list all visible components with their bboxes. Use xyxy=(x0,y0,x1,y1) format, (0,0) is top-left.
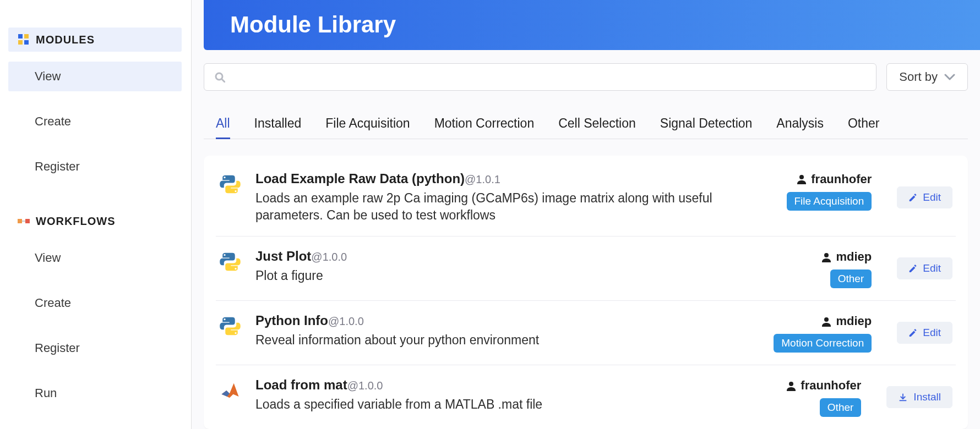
module-desc: Loads an example raw 2p Ca imaging (GCaM… xyxy=(255,190,760,224)
python-icon xyxy=(219,171,243,224)
tab-motion-correction[interactable]: Motion Correction xyxy=(434,108,535,139)
grid-icon xyxy=(17,33,30,46)
tab-other[interactable]: Other xyxy=(848,108,880,139)
sidebar-section-label: WORKFLOWS xyxy=(36,215,116,228)
module-title: Python Info xyxy=(255,313,328,328)
edit-icon xyxy=(908,264,917,273)
module-tag[interactable]: Other xyxy=(830,270,872,288)
tab-all[interactable]: All xyxy=(216,108,230,139)
python-icon xyxy=(219,249,243,288)
search-input[interactable] xyxy=(233,70,866,83)
page-title: Module Library xyxy=(230,12,396,38)
user-icon xyxy=(797,174,807,184)
module-row: Load from mat@1.0.0 Loads a specified va… xyxy=(216,365,956,429)
edit-button[interactable]: Edit xyxy=(897,257,952,279)
tab-signal-detection[interactable]: Signal Detection xyxy=(660,108,753,139)
module-author: fraunhofer xyxy=(786,378,861,393)
chevron-down-icon xyxy=(944,73,955,81)
module-row: Python Info@1.0.0 Reveal information abo… xyxy=(216,301,956,365)
category-tabs: All Installed File Acquisition Motion Co… xyxy=(204,108,968,139)
matlab-icon xyxy=(219,377,243,417)
sort-by-button[interactable]: Sort by xyxy=(886,63,968,91)
sidebar-section-label: MODULES xyxy=(36,34,95,46)
sort-by-label: Sort by xyxy=(899,70,938,84)
module-author: mdiep xyxy=(821,250,872,264)
module-version: @1.0.1 xyxy=(465,173,500,185)
module-desc: Reveal information about your python env… xyxy=(255,332,760,349)
edit-icon xyxy=(908,328,917,337)
sidebar-item-modules-register[interactable]: Register xyxy=(8,152,182,182)
download-icon xyxy=(898,392,908,402)
page-title-hero: Module Library xyxy=(204,0,980,50)
module-desc: Plot a figure xyxy=(255,267,760,284)
module-version: @1.0.0 xyxy=(328,315,364,327)
sidebar: MODULES View Create Register WORKFLOWS V… xyxy=(0,0,192,429)
tab-analysis[interactable]: Analysis xyxy=(776,108,824,139)
module-title: Load from mat xyxy=(255,377,347,392)
tab-file-acquisition[interactable]: File Acquisition xyxy=(325,108,410,139)
tab-cell-selection[interactable]: Cell Selection xyxy=(558,108,636,139)
module-version: @1.0.0 xyxy=(347,380,383,392)
module-tag[interactable]: File Acquisition xyxy=(787,192,872,211)
sidebar-item-modules-create[interactable]: Create xyxy=(8,107,182,136)
install-button[interactable]: Install xyxy=(886,386,952,408)
module-version: @1.0.0 xyxy=(311,251,347,263)
sidebar-item-workflows-create[interactable]: Create xyxy=(8,288,182,318)
user-icon xyxy=(786,381,796,391)
module-title: Just Plot xyxy=(255,249,311,263)
edit-button[interactable]: Edit xyxy=(897,186,952,208)
module-author: mdiep xyxy=(821,314,872,328)
sidebar-item-workflows-view[interactable]: View xyxy=(8,243,182,273)
search-icon xyxy=(214,72,225,82)
module-tag[interactable]: Other xyxy=(820,398,862,417)
module-desc: Loads a specified variable from a MATLAB… xyxy=(255,396,750,413)
module-list: Load Example Raw Data (python)@1.0.1 Loa… xyxy=(204,156,968,429)
workflow-icon xyxy=(17,215,30,228)
sidebar-item-workflows-register[interactable]: Register xyxy=(8,333,182,363)
sidebar-section-workflows[interactable]: WORKFLOWS xyxy=(8,209,182,233)
sidebar-item-workflows-run[interactable]: Run xyxy=(8,378,182,408)
module-author: fraunhofer xyxy=(797,172,872,186)
module-tag[interactable]: Motion Correction xyxy=(774,334,872,353)
user-icon xyxy=(821,316,831,327)
sidebar-section-modules[interactable]: MODULES xyxy=(8,28,182,52)
tab-installed[interactable]: Installed xyxy=(254,108,302,139)
python-icon xyxy=(219,313,243,353)
sidebar-item-modules-view[interactable]: View xyxy=(8,62,182,91)
main: Module Library Sort by All Installed Fil… xyxy=(192,0,980,429)
edit-icon xyxy=(908,193,917,202)
module-row: Load Example Raw Data (python)@1.0.1 Loa… xyxy=(216,159,956,237)
search-box[interactable] xyxy=(204,63,876,91)
module-title: Load Example Raw Data (python) xyxy=(255,171,465,186)
edit-button[interactable]: Edit xyxy=(897,322,952,344)
module-row: Just Plot@1.0.0 Plot a figure mdiep Othe… xyxy=(216,237,956,301)
user-icon xyxy=(821,252,831,262)
